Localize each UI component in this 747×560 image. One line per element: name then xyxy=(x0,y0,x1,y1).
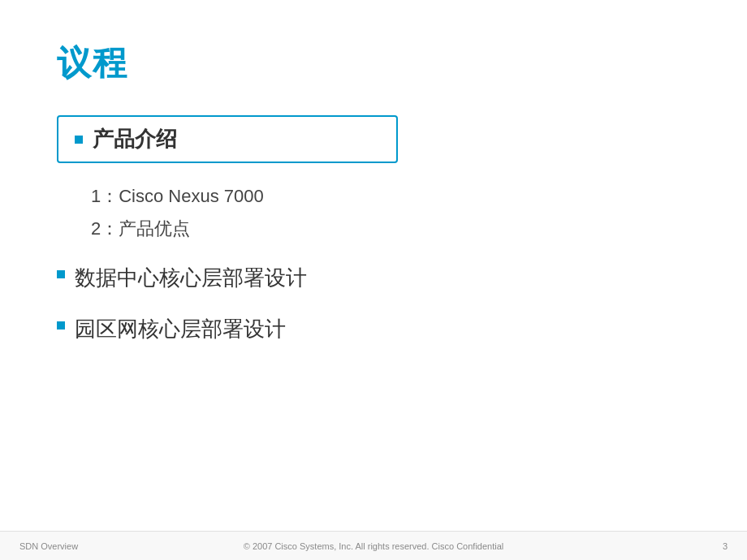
agenda-item-3-label: 园区网核心层部署设计 xyxy=(75,315,286,343)
bullet-icon-2 xyxy=(57,270,65,278)
agenda-item-2: 数据中心核心层部署设计 xyxy=(57,264,690,292)
agenda-list: 产品介绍 1：Cisco Nexus 7000 2：产品优点 数据中心核心层部署… xyxy=(57,115,690,343)
sub-item-1-1: 1：Cisco Nexus 7000 xyxy=(75,184,264,209)
highlight-box: 产品介绍 xyxy=(57,115,398,163)
footer-page-number: 3 xyxy=(551,541,728,551)
bullet-icon-3 xyxy=(57,321,65,330)
footer-center: © 2007 Cisco Systems, Inc. All rights re… xyxy=(196,541,551,551)
agenda-item-2-label: 数据中心核心层部署设计 xyxy=(75,264,307,292)
slide-content: 议程 产品介绍 1：Cisco Nexus 7000 2：产品优点 数据中心核心… xyxy=(0,0,747,531)
sub-item-1-2: 2：产品优点 xyxy=(75,217,264,241)
slide-footer: SDN Overview © 2007 Cisco Systems, Inc. … xyxy=(0,531,747,560)
sub-items-1: 1：Cisco Nexus 7000 2：产品优点 xyxy=(75,184,264,241)
agenda-item-1-label: 产品介绍 xyxy=(93,125,177,153)
agenda-item-3: 园区网核心层部署设计 xyxy=(57,315,690,343)
footer-left: SDN Overview xyxy=(19,541,196,551)
agenda-item-1: 产品介绍 1：Cisco Nexus 7000 2：产品优点 xyxy=(57,115,690,241)
slide-title: 议程 xyxy=(57,41,690,86)
slide: 议程 产品介绍 1：Cisco Nexus 7000 2：产品优点 数据中心核心… xyxy=(0,0,747,560)
bullet-icon-1 xyxy=(75,136,83,144)
